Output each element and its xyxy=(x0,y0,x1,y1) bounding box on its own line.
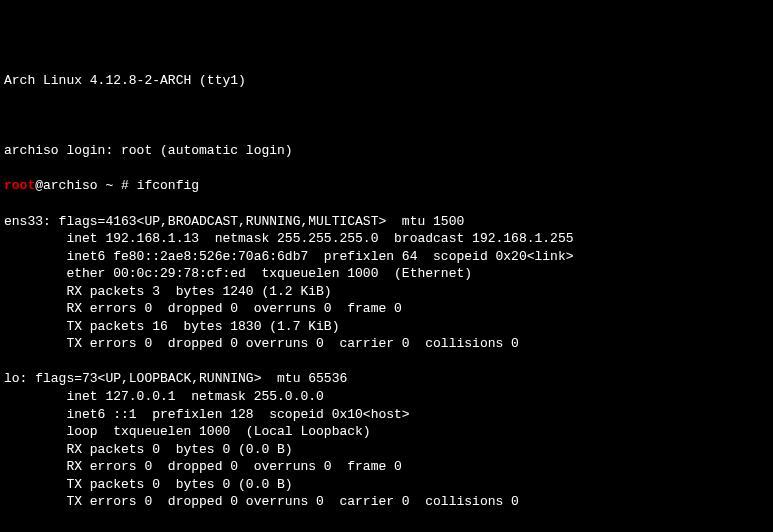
blank-line xyxy=(4,107,769,125)
prompt-user: root xyxy=(4,178,35,193)
output-line: ether 00:0c:29:78:cf:ed txqueuelen 1000 … xyxy=(4,265,769,283)
output-line xyxy=(4,511,769,529)
output-line: lo: flags=73<UP,LOOPBACK,RUNNING> mtu 65… xyxy=(4,370,769,388)
output-line: loop txqueuelen 1000 (Local Loopback) xyxy=(4,423,769,441)
output-line: TX packets 16 bytes 1830 (1.7 KiB) xyxy=(4,318,769,336)
prompt-ifconfig[interactable]: root@archiso ~ # ifconfig xyxy=(4,177,769,195)
system-header: Arch Linux 4.12.8-2-ARCH (tty1) xyxy=(4,72,769,90)
output-line: RX errors 0 dropped 0 overruns 0 frame 0 xyxy=(4,300,769,318)
output-line: RX packets 0 bytes 0 (0.0 B) xyxy=(4,441,769,459)
output-line: TX packets 0 bytes 0 (0.0 B) xyxy=(4,476,769,494)
login-line: archiso login: root (automatic login) xyxy=(4,142,769,160)
ifconfig-output: ens33: flags=4163<UP,BROADCAST,RUNNING,M… xyxy=(4,213,769,529)
output-line: inet 192.168.1.13 netmask 255.255.255.0 … xyxy=(4,230,769,248)
output-line: inet 127.0.0.1 netmask 255.0.0.0 xyxy=(4,388,769,406)
output-line: ens33: flags=4163<UP,BROADCAST,RUNNING,M… xyxy=(4,213,769,231)
output-line xyxy=(4,353,769,371)
prompt-rest: @archiso ~ # ifconfig xyxy=(35,178,199,193)
output-line: inet6 ::1 prefixlen 128 scopeid 0x10<hos… xyxy=(4,406,769,424)
output-line: TX errors 0 dropped 0 overruns 0 carrier… xyxy=(4,493,769,511)
output-line: TX errors 0 dropped 0 overruns 0 carrier… xyxy=(4,335,769,353)
output-line: RX packets 3 bytes 1240 (1.2 KiB) xyxy=(4,283,769,301)
output-line: inet6 fe80::2ae8:526e:70a6:6db7 prefixle… xyxy=(4,248,769,266)
output-line: RX errors 0 dropped 0 overruns 0 frame 0 xyxy=(4,458,769,476)
